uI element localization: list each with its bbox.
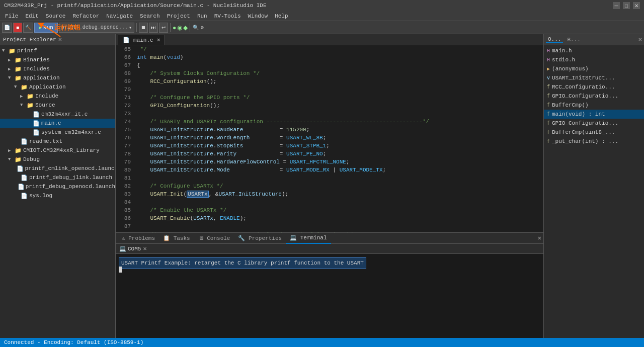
bottom-panel-close[interactable]: ✕ [538, 234, 541, 242]
code-line-73: 73 [116, 110, 543, 118]
tree-item-application-lc[interactable]: ▼ 📁 application [0, 73, 115, 82]
close-button[interactable]: ✕ [633, 2, 640, 9]
project-explorer-close[interactable]: ✕ [58, 36, 62, 43]
tree-item-mainc[interactable]: 📄 main.c [0, 119, 115, 128]
tree-item-readme[interactable]: 📄 readme.txt [0, 137, 115, 146]
application-lc-icon: 📁 [14, 75, 22, 81]
toolbar-btn-1[interactable]: ⏹ [139, 23, 148, 33]
menu-source[interactable]: Source [43, 13, 69, 20]
toolbar-stop[interactable]: ■ [13, 23, 22, 33]
tree-label-cm32: cm32m4xxr_it.c [41, 111, 88, 117]
right-item-putchar[interactable]: f _put_char(int) : ... [544, 137, 644, 146]
tab-problems[interactable]: ⚠ Problems [118, 233, 159, 244]
right-item-gpio[interactable]: f GPIO_Configuratio... [544, 92, 644, 101]
toolbar-separator-2 [170, 23, 171, 32]
terminal-content[interactable]: USART Printf Example: retarget the C lib… [116, 254, 543, 338]
fn-icon-buffercmp2: f [547, 130, 550, 135]
tree-item-cmiot[interactable]: ▶ 📁 CMIOT.CM32M4xxR_Library [0, 146, 115, 155]
right-tab-outline[interactable]: O... [546, 36, 563, 43]
tree-item-launch2[interactable]: 📄 printf_debug_jlink.launch [0, 173, 115, 182]
bottom-tabs: ⚠ Problems 📋 Tasks 🖥 Console 🔧 Propertie… [116, 233, 543, 244]
menu-run[interactable]: Run [194, 13, 210, 20]
tree-label-syslog: sys.log [29, 193, 52, 199]
tree-item-launch3[interactable]: 📄 printf_debug_openocd.launch [0, 182, 115, 191]
code-line-75: 75 USART_InitStructure.BaudRate = 115200… [116, 126, 543, 134]
right-label-main: main(void) : int [552, 111, 605, 117]
tree-item-includes[interactable]: ▶ 📁 Includes [0, 64, 115, 73]
toolbar-new[interactable]: 📄 [2, 23, 12, 33]
right-item-buffercmp2[interactable]: f BufferCmp(uint8_... [544, 128, 644, 137]
com-close[interactable]: ✕ [143, 245, 146, 252]
toolbar-separator [136, 23, 137, 32]
right-item-gpio2[interactable]: f GPIO_Configuratio... [544, 119, 644, 128]
tree-item-cm32[interactable]: 📄 cm32m4xxr_it.c [0, 110, 115, 119]
anon-icon: ▶ [547, 66, 550, 72]
right-item-usart[interactable]: v USART_InitStruct... [544, 73, 644, 82]
maximize-button[interactable]: □ [623, 2, 630, 9]
right-item-mainh[interactable]: H main.h [544, 46, 644, 55]
launch2-icon: 📄 [20, 175, 28, 181]
right-item-anon[interactable]: ▶ (anonymous) [544, 64, 644, 73]
run-config-dropdown[interactable]: printf_debug_openoc... ▾ [59, 23, 134, 33]
gear-icon[interactable]: ⚙ [200, 25, 204, 31]
tree-item-syslog[interactable]: 📄 sys.log [0, 191, 115, 200]
code-line-80: 80 USART_InitStructure.Mode = USART_MODE… [116, 166, 543, 174]
tree-item-debug[interactable]: ▼ 📁 Debug [0, 155, 115, 164]
toolbar-btn-2[interactable]: ⏭ [149, 23, 158, 33]
toolbar: 📄 ■ 🔨 ▶ Run printf_debug_openoc... ▾ ⏹ ⏭… [0, 21, 644, 34]
code-editor[interactable]: 65 */ 66 int main(void) 67 { 68 /* Syste… [116, 45, 543, 232]
minimize-button[interactable]: ─ [613, 2, 620, 9]
code-line-68: 68 /* System Clocks Configuration */ [116, 69, 543, 77]
tree-label-readme: readme.txt [29, 138, 62, 144]
right-item-main[interactable]: f main(void) : int [544, 110, 644, 119]
right-tab-bookmarks[interactable]: B... [565, 37, 582, 43]
tab-tasks[interactable]: 📋 Tasks [159, 233, 194, 244]
search-icon[interactable]: 🔍 [192, 25, 199, 31]
tree-item-source[interactable]: ▼ 📁 Source [0, 101, 115, 110]
right-item-buffercmp[interactable]: f BufferCmp() [544, 101, 644, 110]
toolbar-green-1[interactable]: ● [173, 24, 176, 31]
tree-label-application-lc: application [23, 75, 60, 81]
menu-file[interactable]: File [2, 13, 21, 20]
tree-item-launch1[interactable]: 📄 printf_cmlink_openocd.launch [0, 164, 115, 173]
tree-item-printf[interactable]: ▼ 📁 printf [0, 46, 115, 55]
tree-item-include[interactable]: ▶ 📁 Include [0, 92, 115, 101]
tree-arrow-cm32 [26, 112, 32, 117]
tree-item-binaries[interactable]: ▶ 📁 Binaries [0, 55, 115, 64]
toolbar-green-2[interactable]: ◉ [177, 24, 182, 31]
menu-bar: File Edit Source Refactor Navigate Searc… [0, 11, 644, 21]
tree-arrow-app-lc: ▼ [8, 75, 14, 80]
code-line-82: 82 /* Configure USARTx */ [116, 182, 543, 190]
tree-arrow-debug: ▼ [8, 157, 14, 162]
menu-refactor[interactable]: Refactor [69, 13, 102, 20]
run-button[interactable]: ▶ Run [34, 23, 58, 33]
menu-help[interactable]: Help [272, 13, 291, 20]
code-line-66: 66 int main(void) [116, 53, 543, 61]
menu-project[interactable]: Project [164, 13, 193, 20]
tree-item-application[interactable]: ▼ 📁 Application [0, 82, 115, 92]
editor-tab-mainc[interactable]: 📄 main.c ✕ [118, 35, 165, 45]
menu-window[interactable]: Window [245, 13, 271, 20]
tab-properties[interactable]: 🔧 Properties [234, 233, 286, 244]
project-explorer-tab[interactable]: Project Explorer ✕ [0, 34, 115, 45]
menu-search[interactable]: Search [137, 13, 163, 20]
toolbar-build[interactable]: 🔨 [23, 23, 33, 33]
menu-rvtools[interactable]: RV-Tools [211, 13, 244, 20]
fn-icon-putchar: f [547, 139, 550, 144]
code-line-74: 74 /* USARTy and USARTz configuration --… [116, 118, 543, 126]
toolbar-btn-3[interactable]: ↩ [159, 23, 168, 33]
right-panel-tabs: O... B... ✕ [544, 34, 644, 45]
right-item-rcc[interactable]: f RCC_Configuratio... [544, 82, 644, 92]
system-icon: 📄 [32, 129, 40, 136]
right-panel-close[interactable]: ✕ [638, 36, 642, 43]
editor-tab-close[interactable]: ✕ [156, 37, 160, 43]
toolbar-green-3[interactable]: ◆ [183, 24, 188, 31]
tree-arrow-app: ▼ [14, 84, 20, 90]
tree-label-system: system_cm32m4xxr.c [41, 129, 101, 135]
tab-terminal[interactable]: 💻 Terminal [286, 233, 331, 244]
right-item-stdioh[interactable]: H stdio.h [544, 55, 644, 64]
menu-navigate[interactable]: Navigate [103, 13, 136, 20]
tree-item-system[interactable]: 📄 system_cm32m4xxr.c [0, 128, 115, 137]
menu-edit[interactable]: Edit [22, 13, 41, 20]
tab-console[interactable]: 🖥 Console [194, 233, 234, 244]
